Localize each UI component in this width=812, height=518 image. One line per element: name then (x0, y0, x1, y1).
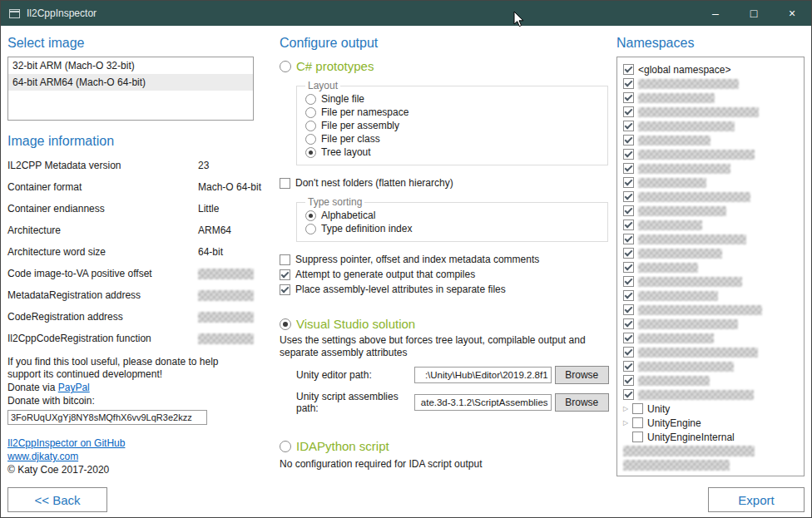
radio-icon (280, 318, 291, 330)
namespace-item[interactable] (623, 76, 802, 91)
checkbox-icon (280, 284, 290, 295)
namespace-item[interactable] (623, 317, 802, 331)
namespace-item[interactable] (623, 204, 802, 218)
namespace-item[interactable] (623, 260, 802, 274)
namespace-item[interactable]: ▷UnityEngine (623, 416, 802, 430)
paypal-link[interactable]: PayPal (58, 382, 90, 393)
flatten-checkbox[interactable]: Don't nest folders (flatten hierarchy) (280, 176, 609, 190)
namespace-item[interactable] (623, 91, 802, 105)
close-button[interactable]: × (773, 1, 811, 26)
unity-editor-browse-button[interactable]: Browse (555, 366, 609, 384)
expander-icon[interactable]: ▷ (623, 416, 632, 430)
info-row: IL2CPP Metadata version23 (7, 155, 254, 176)
radio-icon (305, 224, 316, 234)
namespace-item[interactable] (623, 359, 802, 373)
image-list-item[interactable]: 64-bit ARM64 (Mach-O 64-bit) (8, 74, 253, 91)
output-checkbox[interactable]: Place assembly-level attributes in separ… (280, 282, 609, 297)
minimize-button[interactable]: – (696, 1, 735, 26)
namespace-label: Unity (647, 403, 670, 415)
type-sorting-option[interactable]: Alphabetical (305, 209, 599, 222)
namespace-item[interactable]: ▷Unity (623, 402, 802, 416)
namespace-item[interactable] (623, 133, 802, 147)
layout-option-label: File per assembly (321, 120, 399, 131)
checkbox-icon (623, 333, 634, 343)
idapython-radio[interactable]: IDAPython script (280, 439, 609, 453)
redacted-namespace-label (638, 291, 718, 301)
namespace-tree[interactable]: <global namespace>▷Unity▷UnityEngineUnit… (616, 57, 805, 476)
namespace-item[interactable] (623, 303, 802, 317)
redacted-value (198, 269, 254, 279)
back-button[interactable]: << Back (7, 487, 107, 512)
configure-output-header: Configure output (280, 36, 609, 51)
info-label: Architecture (7, 224, 198, 236)
checkbox-icon (632, 432, 643, 442)
app-window: Il2CppInspector – □ × Select image 32-bi… (0, 0, 812, 518)
output-checkbox[interactable]: Attempt to generate output that compiles (280, 267, 609, 282)
output-checkbox-label: Place assembly-level attributes in separ… (295, 284, 506, 295)
output-checkbox[interactable]: Suppress pointer, offset and index metad… (280, 252, 609, 267)
unity-script-browse-button[interactable]: Browse (555, 393, 609, 412)
namespace-item[interactable] (623, 119, 802, 133)
layout-option[interactable]: Single file (305, 92, 599, 106)
visual-studio-radio[interactable]: Visual Studio solution (280, 317, 609, 331)
mouse-cursor (513, 11, 525, 27)
checkbox-icon (280, 254, 290, 265)
info-row: Architecture word size64-bit (7, 241, 254, 263)
namespace-item[interactable] (623, 190, 802, 204)
export-button[interactable]: Export (708, 487, 805, 512)
namespace-item[interactable] (623, 147, 802, 161)
redacted-namespace-label (638, 277, 742, 287)
namespace-item[interactable] (623, 444, 802, 458)
namespace-item[interactable] (623, 274, 802, 289)
redacted-namespace-label (638, 178, 706, 188)
namespace-item[interactable] (623, 387, 802, 402)
namespace-item[interactable] (623, 373, 802, 387)
namespace-item[interactable]: UnityEngineInternal (623, 430, 802, 444)
image-info-header: Image information (7, 134, 254, 149)
unity-editor-path-input[interactable] (414, 367, 552, 383)
github-link[interactable]: Il2CppInspector on GitHub (7, 437, 254, 450)
namespace-item[interactable] (623, 232, 802, 246)
app-icon (9, 9, 20, 18)
namespace-item[interactable] (623, 175, 802, 190)
namespace-item[interactable] (623, 246, 802, 260)
namespace-item[interactable] (623, 331, 802, 345)
redacted-value (198, 333, 254, 344)
select-image-header: Select image (7, 36, 254, 51)
layout-option[interactable]: Tree layout (305, 146, 599, 159)
checkbox-icon (623, 64, 634, 75)
radio-icon (305, 94, 316, 105)
maximize-button[interactable]: □ (735, 1, 773, 26)
info-value: ARM64 (198, 224, 231, 236)
namespace-item[interactable] (623, 345, 802, 359)
info-row: MetadataRegistration address (7, 284, 254, 306)
csharp-prototypes-radio[interactable]: C# prototypes (280, 59, 609, 73)
redacted-namespace-label (638, 333, 714, 343)
website-link[interactable]: www.djkaty.com (7, 450, 254, 463)
type-sorting-option[interactable]: Type definition index (305, 222, 599, 235)
titlebar[interactable]: Il2CppInspector – □ × (1, 1, 811, 26)
layout-option[interactable]: File per assembly (305, 119, 599, 132)
namespace-item[interactable] (623, 161, 802, 175)
checkbox-icon (623, 78, 634, 89)
checkbox-icon (623, 304, 634, 315)
info-label: CodeRegistration address (7, 311, 198, 323)
namespace-item[interactable] (623, 218, 802, 232)
info-row: Code image-to-VA positive offset (7, 263, 254, 284)
image-listbox[interactable]: 32-bit ARM (Mach-O 32-bit)64-bit ARM64 (… (7, 57, 254, 121)
type-sorting-options: AlphabeticalType definition index (305, 209, 599, 235)
expander-icon[interactable]: ▷ (623, 402, 632, 416)
namespace-item[interactable] (623, 458, 802, 472)
image-list-item[interactable]: 32-bit ARM (Mach-O 32-bit) (8, 57, 253, 74)
bitcoin-label: Donate with bitcoin: (7, 395, 254, 407)
namespace-label: <global namespace> (638, 64, 730, 76)
namespace-item[interactable] (623, 289, 802, 303)
info-value: 64-bit (198, 246, 223, 258)
namespace-item[interactable]: <global namespace> (623, 62, 802, 76)
layout-option[interactable]: File per class (305, 132, 599, 146)
namespace-item[interactable] (623, 105, 802, 119)
checkbox-icon (623, 262, 634, 273)
unity-script-path-input[interactable] (414, 394, 552, 411)
bitcoin-address-input[interactable] (7, 410, 207, 425)
layout-option[interactable]: File per namespace (305, 106, 599, 119)
